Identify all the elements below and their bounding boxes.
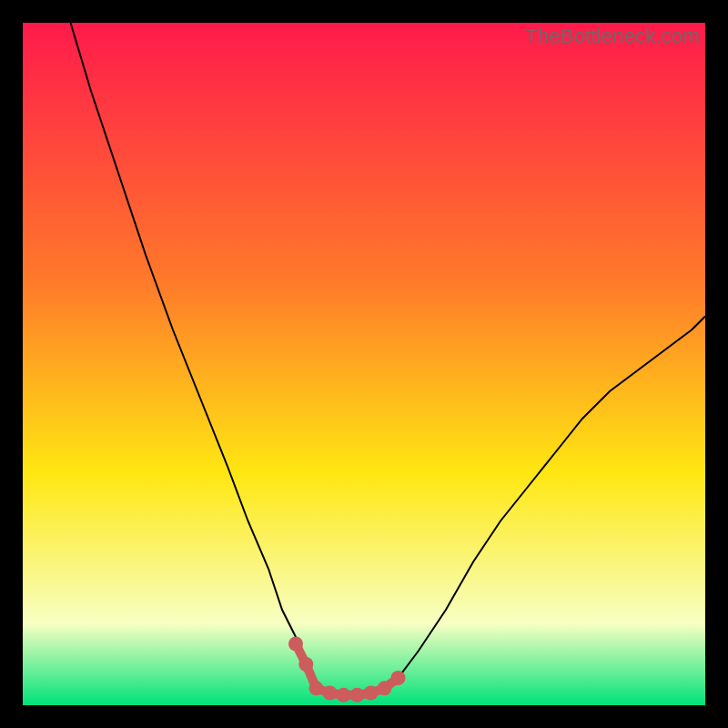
marker-dot	[350, 688, 365, 703]
gradient-background	[23, 23, 705, 705]
bottleneck-chart	[23, 23, 705, 705]
marker-dot	[364, 686, 379, 701]
plot-area: TheBottleneck.com	[23, 23, 705, 705]
marker-dot	[378, 681, 392, 695]
marker-dot	[337, 688, 351, 703]
marker-dot	[288, 637, 303, 652]
marker-dot	[391, 671, 406, 685]
marker-dot	[323, 686, 338, 701]
marker-dot	[298, 657, 313, 672]
outer-frame: TheBottleneck.com	[0, 0, 728, 728]
marker-dot	[309, 681, 324, 695]
